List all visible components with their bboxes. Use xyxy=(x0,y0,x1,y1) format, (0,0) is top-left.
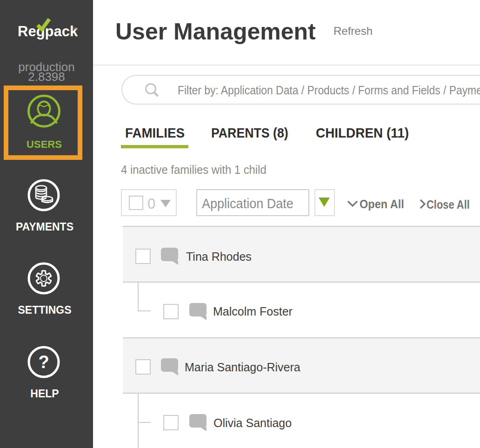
svg-text:?: ? xyxy=(38,352,49,372)
